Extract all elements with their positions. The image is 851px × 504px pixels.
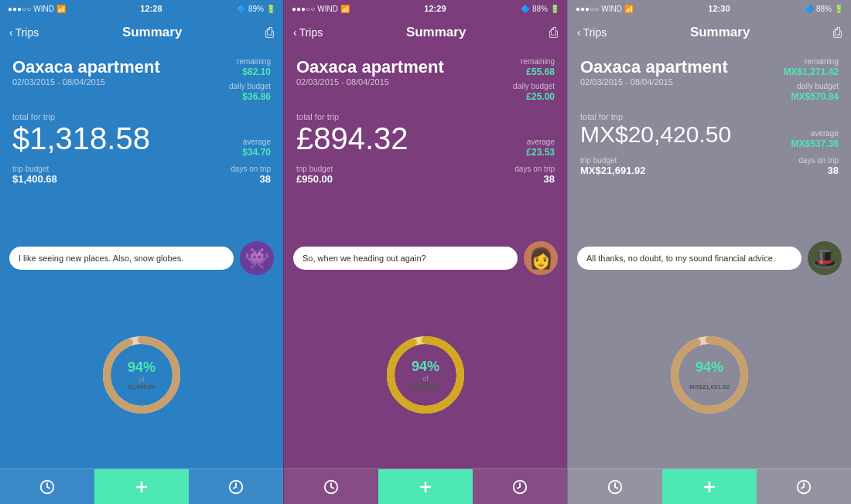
carrier-label: WIND [33, 5, 54, 13]
back-button[interactable]: ‹ Trips [9, 26, 39, 39]
status-bar: ●●●○○ WIND 📶 12:29 🔷 88% 🔋 [284, 0, 567, 17]
status-left: ●●●○○ WIND 📶 [8, 5, 66, 13]
average-stat: average MX$537.38 [791, 129, 839, 149]
share-button[interactable]: ⎙ [833, 25, 842, 41]
status-time: 12:30 [708, 4, 730, 13]
back-label: Trips [583, 26, 607, 39]
donut-chart-area: 94% of $1,400.68 [0, 281, 283, 468]
chat-bubble: All thanks, no doubt, to my sound financ… [577, 247, 801, 270]
total-section: total for trip MX$20,420.50 average MX$5… [580, 106, 839, 150]
donut-of: of [128, 376, 156, 383]
days-stat: days on trip 38 [429, 165, 555, 185]
remaining-value: $82.10 [242, 66, 271, 77]
back-chevron-icon: ‹ [577, 26, 581, 39]
donut-of: of [689, 376, 730, 383]
days-value: 38 [713, 165, 839, 176]
donut-inner: 94% of MX$21,691.92 [689, 359, 730, 390]
tab-timer[interactable] [284, 469, 378, 504]
daily-budget-label: daily budget [513, 82, 555, 91]
total-trip-label: total for trip [296, 112, 555, 121]
battery-label: 88% [532, 5, 548, 13]
trip-title: Oaxaca apartment [580, 57, 728, 77]
budget-label: trip budget [12, 165, 138, 173]
wifi-icon: 📶 [624, 5, 634, 13]
tab-clock[interactable] [473, 469, 567, 504]
right-stats-top: remaining £55.68 daily budget £25.00 [513, 57, 555, 103]
phone-panel-purple: ●●●○○ WIND 📶 12:29 🔷 88% 🔋 ‹ Trips Summa… [283, 0, 567, 504]
tab-clock[interactable] [189, 469, 283, 504]
battery-label: 88% [816, 5, 832, 13]
back-button[interactable]: ‹ Trips [293, 26, 323, 39]
chat-area: I like seeing new places. Also, snow glo… [0, 235, 283, 281]
tab-bar [284, 468, 567, 504]
budget-value: £950.00 [296, 173, 422, 185]
tab-add[interactable] [662, 469, 757, 504]
nav-bar: ‹ Trips Summary ⎙ [568, 17, 851, 48]
days-stat: days on trip 38 [713, 156, 839, 176]
donut-percent: 94% [128, 359, 156, 376]
chat-bubble: I like seeing new places. Also, snow glo… [9, 247, 234, 270]
donut-percent: 94% [412, 359, 439, 375]
remaining-stat: remaining £55.68 [513, 57, 555, 77]
donut-chart: 94% of MX$21,691.92 [667, 332, 752, 417]
bluetooth-icon: 🔷 [521, 5, 530, 13]
status-right: 🔷 88% 🔋 [805, 5, 843, 13]
back-button[interactable]: ‹ Trips [577, 26, 607, 39]
tab-bar [0, 468, 283, 504]
main-content: Oaxaca apartment 02/03/2015 - 08/04/2015… [568, 48, 851, 235]
character-avatar: 🎩 [808, 241, 842, 275]
back-chevron-icon: ‹ [293, 26, 297, 39]
share-button[interactable]: ⎙ [265, 25, 274, 41]
status-left: ●●●○○ WIND 📶 [576, 5, 634, 13]
battery-icon: 🔋 [550, 5, 559, 13]
trip-title: Oaxaca apartment [296, 57, 444, 77]
battery-label: 89% [248, 5, 264, 13]
trip-dates: 02/03/2015 - 08/04/2015 [296, 77, 444, 87]
status-time: 12:29 [424, 4, 446, 13]
tab-add[interactable] [94, 469, 189, 504]
daily-budget-stat: daily budget £25.00 [513, 82, 555, 102]
days-label: days on trip [145, 165, 271, 173]
remaining-label: remaining [237, 57, 271, 66]
signal-icon: ●●●○○ [576, 5, 599, 13]
chat-area: So, when we heading out again? 👩 [284, 235, 567, 281]
average-stat: average $34.70 [242, 138, 271, 158]
donut-inner: 94% of £950.00 [412, 359, 439, 391]
wifi-icon: 📶 [56, 5, 66, 13]
remaining-label: remaining [805, 57, 839, 66]
signal-icon: ●●●○○ [292, 5, 315, 13]
trip-title: Oaxaca apartment [12, 57, 160, 77]
budget-label: trip budget [580, 156, 706, 165]
donut-chart: 94% of $1,400.68 [99, 332, 184, 417]
tab-bar [568, 468, 851, 504]
bluetooth-icon: 🔷 [805, 5, 814, 13]
tab-clock[interactable] [757, 469, 851, 504]
carrier-label: WIND [601, 5, 622, 13]
total-section: total for trip £894.32 average £23.53 [296, 106, 555, 158]
budget-stat: trip budget £950.00 [296, 165, 422, 185]
total-trip-label: total for trip [12, 112, 271, 121]
main-content: Oaxaca apartment 02/03/2015 - 08/04/2015… [284, 48, 567, 235]
remaining-label: remaining [521, 57, 555, 66]
days-stat: days on trip 38 [145, 165, 271, 185]
nav-title: Summary [122, 25, 182, 40]
tab-timer[interactable] [0, 469, 94, 504]
budget-label: trip budget [296, 165, 422, 173]
share-button[interactable]: ⎙ [549, 25, 558, 41]
tab-add[interactable] [378, 469, 473, 504]
status-left: ●●●○○ WIND 📶 [292, 5, 350, 13]
bottom-stats: trip budget MX$21,691.92 days on trip 38 [580, 156, 839, 176]
daily-budget-value: MX$570.84 [791, 91, 839, 102]
nav-title: Summary [690, 25, 750, 40]
chat-area: All thanks, no doubt, to my sound financ… [568, 235, 851, 281]
carrier-label: WIND [317, 5, 338, 13]
trip-dates: 02/03/2015 - 08/04/2015 [580, 77, 728, 87]
days-label: days on trip [429, 165, 555, 173]
tab-timer[interactable] [568, 469, 662, 504]
budget-value: MX$21,691.92 [580, 165, 706, 176]
character-avatar: 👩 [524, 241, 558, 275]
total-amount: £894.32 [296, 121, 408, 155]
wifi-icon: 📶 [340, 5, 350, 13]
character-avatar: 👾 [240, 241, 274, 275]
average-label: average [811, 129, 839, 138]
